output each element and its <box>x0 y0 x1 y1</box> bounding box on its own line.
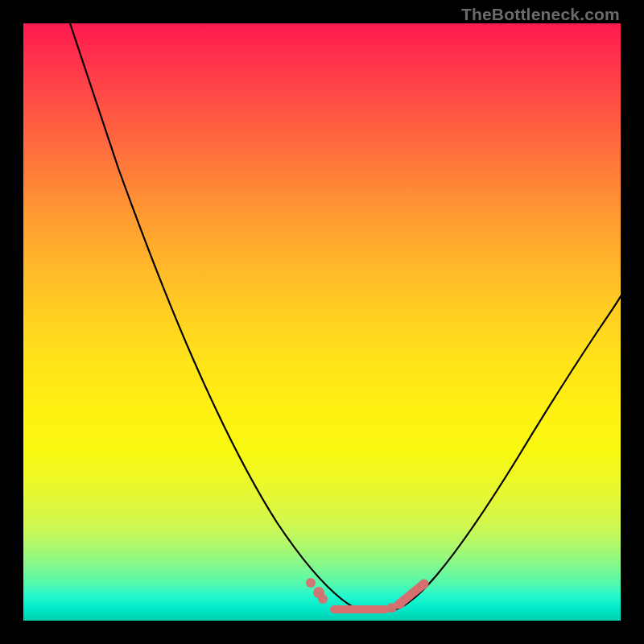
plot-area <box>23 23 621 621</box>
data-marker <box>306 578 316 588</box>
chart-container: TheBottleneck.com <box>0 0 644 644</box>
data-marker <box>395 599 405 609</box>
chart-svg <box>23 23 621 621</box>
data-marker <box>318 594 328 604</box>
watermark-label: TheBottleneck.com <box>461 5 620 24</box>
data-marker <box>419 580 428 589</box>
bottleneck-curve <box>70 23 621 611</box>
